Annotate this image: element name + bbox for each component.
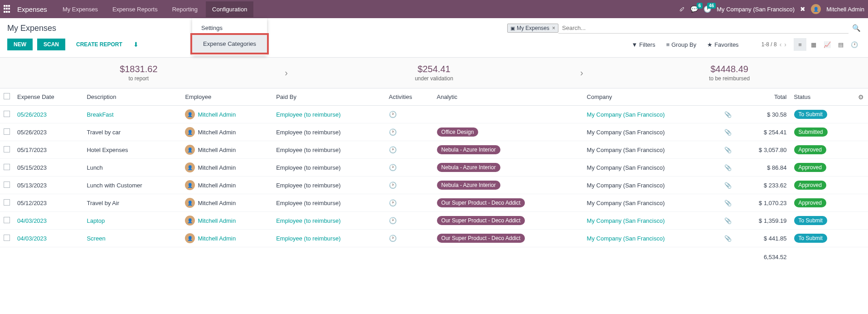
company-name[interactable]: My Company (San Francisco) xyxy=(717,6,795,13)
groupby-button[interactable]: ≡Group By xyxy=(666,41,697,48)
paperclip-icon: 📎 xyxy=(724,111,732,118)
chevron-right-icon: › xyxy=(277,58,296,88)
col-employee[interactable]: Employee xyxy=(181,88,272,106)
status-badge: Approved xyxy=(794,198,826,207)
col-paid-by[interactable]: Paid By xyxy=(272,88,385,106)
table-row[interactable]: 05/26/2023 BreakFast 👤Mitchell Admin Emp… xyxy=(0,106,868,123)
search-input[interactable] xyxy=(558,23,849,34)
col-activities[interactable]: Activities xyxy=(385,88,433,106)
search-icon[interactable]: 🔍 xyxy=(849,24,861,32)
menu-configuration[interactable]: Configuration xyxy=(206,1,253,17)
col-date[interactable]: Expense Date xyxy=(14,88,83,106)
cell-date: 05/12/2023 xyxy=(14,194,83,212)
paperclip-icon: 📎 xyxy=(724,147,732,153)
row-checkbox[interactable] xyxy=(4,217,10,223)
summary-under-validation[interactable]: $254.41 under validation xyxy=(296,58,573,88)
pager-prev-icon[interactable]: ‹ xyxy=(780,41,782,48)
cell-activities[interactable]: 🕐 xyxy=(385,194,433,212)
col-total[interactable]: Total xyxy=(735,88,790,106)
activity-icon[interactable]: 🕐46 xyxy=(703,5,711,13)
table-row[interactable]: 05/17/2023 Hotel Expenses 👤Mitchell Admi… xyxy=(0,141,868,159)
cell-activities[interactable]: 🕐 xyxy=(385,106,433,123)
row-checkbox[interactable] xyxy=(4,111,10,117)
cell-activities[interactable]: 🕐 xyxy=(385,159,433,177)
cell-attachment[interactable]: 📎 xyxy=(717,194,735,212)
row-checkbox[interactable] xyxy=(4,128,10,135)
apps-icon[interactable] xyxy=(4,5,12,13)
table-row[interactable]: 05/12/2023 Travel by Air 👤Mitchell Admin… xyxy=(0,194,868,212)
cell-attachment[interactable]: 📎 xyxy=(717,177,735,194)
row-checkbox[interactable] xyxy=(4,199,10,206)
summary-to-reimburse[interactable]: $4448.49 to be reimbursed xyxy=(591,58,868,88)
select-all-checkbox[interactable] xyxy=(4,93,10,99)
table-row[interactable]: 05/15/2023 Lunch 👤Mitchell Admin Employe… xyxy=(0,159,868,177)
new-button[interactable]: NEW xyxy=(7,39,33,50)
table-row[interactable]: 04/03/2023 Laptop 👤Mitchell Admin Employ… xyxy=(0,212,868,230)
cell-status: Approved xyxy=(790,141,855,159)
cell-activities[interactable]: 🕐 xyxy=(385,212,433,230)
view-kanban-icon[interactable]: ▦ xyxy=(807,38,820,51)
user-avatar[interactable]: 👤 xyxy=(811,4,821,14)
pager-next-icon[interactable]: › xyxy=(784,41,786,48)
filters-button[interactable]: ▼Filters xyxy=(631,41,655,48)
view-pivot-icon[interactable]: ▤ xyxy=(834,38,847,51)
cell-attachment[interactable]: 📎 xyxy=(717,230,735,247)
paperclip-icon: 📎 xyxy=(724,182,732,189)
menu-expense-reports[interactable]: Expense Reports xyxy=(106,1,164,17)
cell-activities[interactable]: 🕐 xyxy=(385,123,433,141)
cell-activities[interactable]: 🕐 xyxy=(385,230,433,247)
table-row[interactable]: 05/26/2023 Travel by car 👤Mitchell Admin… xyxy=(0,123,868,141)
cell-activities[interactable]: 🕐 xyxy=(385,141,433,159)
col-analytic[interactable]: Analytic xyxy=(433,88,583,106)
col-status[interactable]: Status xyxy=(790,88,855,106)
cell-total: $ 86.84 xyxy=(735,159,790,177)
col-company[interactable]: Company xyxy=(583,88,717,106)
groupby-icon: ≡ xyxy=(666,41,670,48)
cell-status: To Submit xyxy=(790,230,855,247)
cell-total: $ 3,057.80 xyxy=(735,141,790,159)
cell-attachment[interactable]: 📎 xyxy=(717,212,735,230)
table-row[interactable]: 05/13/2023 Lunch with Customer 👤Mitchell… xyxy=(0,177,868,194)
view-list-icon[interactable]: ≡ xyxy=(794,38,806,51)
tools-icon[interactable]: ✖ xyxy=(800,5,805,13)
table-row[interactable]: 04/03/2023 Screen 👤Mitchell Admin Employ… xyxy=(0,230,868,247)
cell-paid-by: Employee (to reimburse) xyxy=(272,212,385,230)
cell-date: 05/15/2023 xyxy=(14,159,83,177)
employee-avatar: 👤 xyxy=(185,216,195,226)
user-name[interactable]: Mitchell Admin xyxy=(826,6,864,13)
view-activity-icon[interactable]: 🕐 xyxy=(848,38,861,51)
search-chip[interactable]: ▣ My Expenses × xyxy=(507,24,558,33)
row-checkbox[interactable] xyxy=(4,235,10,241)
status-badge: To Submit xyxy=(794,234,827,243)
favorites-button[interactable]: ★Favorites xyxy=(707,41,738,48)
row-checkbox[interactable] xyxy=(4,164,10,170)
chip-remove-icon[interactable]: × xyxy=(552,25,555,31)
menu-reporting[interactable]: Reporting xyxy=(166,1,204,17)
dropdown-expense-categories[interactable]: Expense Categories xyxy=(190,33,269,54)
cell-attachment[interactable]: 📎 xyxy=(717,141,735,159)
cell-company: My Company (San Francisco) xyxy=(583,106,717,123)
row-checkbox[interactable] xyxy=(4,146,10,152)
col-description[interactable]: Description xyxy=(83,88,181,106)
status-badge: Approved xyxy=(794,145,826,154)
chat-icon[interactable]: 💬6 xyxy=(690,5,698,13)
view-graph-icon[interactable]: 📈 xyxy=(821,38,834,51)
planet-icon[interactable]: 🜚 xyxy=(679,5,685,13)
scan-button[interactable]: SCAN xyxy=(37,39,65,50)
cell-analytic xyxy=(433,106,583,123)
cell-attachment[interactable]: 📎 xyxy=(717,106,735,123)
create-report-button[interactable]: CREATE REPORT xyxy=(70,39,129,50)
cell-attachment[interactable]: 📎 xyxy=(717,159,735,177)
cell-paid-by: Employee (to reimburse) xyxy=(272,159,385,177)
cell-activities[interactable]: 🕐 xyxy=(385,177,433,194)
column-config-icon[interactable]: ⚙ xyxy=(858,93,864,101)
menu-my-expenses[interactable]: My Expenses xyxy=(56,1,104,17)
cell-attachment[interactable]: 📎 xyxy=(717,123,735,141)
employee-avatar: 👤 xyxy=(185,233,195,243)
cell-paid-by: Employee (to reimburse) xyxy=(272,194,385,212)
row-checkbox[interactable] xyxy=(4,182,10,188)
summary-to-report[interactable]: $1831.62 to report xyxy=(0,58,277,88)
download-icon[interactable]: ⬇ xyxy=(133,41,139,48)
cell-date: 05/17/2023 xyxy=(14,141,83,159)
cell-employee: 👤Mitchell Admin xyxy=(181,194,272,212)
